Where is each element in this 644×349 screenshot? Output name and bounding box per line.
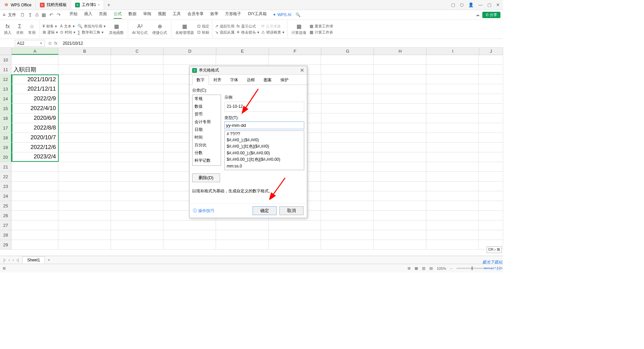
dlg-tab-number[interactable]: 数字 [192, 76, 209, 85]
logic-button[interactable]: ⊞逻辑 ▾ [43, 30, 58, 35]
cell[interactable] [426, 74, 479, 84]
wps-ai-button[interactable]: ✦WPS AI [273, 12, 291, 17]
cell[interactable] [374, 230, 426, 240]
undo-icon[interactable]: ↶ [49, 12, 53, 17]
cell[interactable] [426, 191, 479, 201]
formula-input[interactable]: 2021/10/12 [61, 41, 503, 46]
cell[interactable] [59, 74, 111, 84]
finance-button[interactable]: ¥财务 ▾ [43, 24, 58, 29]
tab-efficiency[interactable]: 效率 [210, 11, 218, 19]
ok-button[interactable]: 确定 [253, 206, 277, 215]
cell[interactable] [11, 182, 58, 191]
cell[interactable] [58, 55, 111, 64]
tab-wps-office[interactable]: W WPS Office [0, 1, 36, 9]
cell[interactable]: 2022/8/8 [12, 123, 59, 133]
cell[interactable] [374, 123, 426, 133]
delete-format-button[interactable]: 删除(D) [192, 173, 220, 182]
cell[interactable] [321, 133, 374, 142]
cell[interactable] [479, 201, 503, 210]
cell[interactable] [321, 65, 374, 74]
dlg-tab-border[interactable]: 边框 [243, 76, 259, 85]
tab-diy-toolbox[interactable]: DIY工具箱 [248, 11, 267, 19]
cell[interactable] [11, 201, 58, 210]
cell[interactable]: 2023/2/4 [12, 152, 59, 162]
paste-name-button[interactable]: ⊡粘贴 [197, 30, 209, 35]
cell[interactable] [111, 172, 164, 181]
fmt-item[interactable]: $#,##0.00_);[红色]($#,##0.00) [225, 156, 304, 163]
cell[interactable] [321, 201, 374, 210]
col-header-j[interactable]: J [479, 48, 503, 55]
cat-percent[interactable]: 百分比 [193, 141, 221, 149]
cat-fraction[interactable]: 分数 [193, 149, 221, 157]
cell[interactable] [321, 104, 374, 113]
type-input[interactable] [224, 121, 304, 129]
cell[interactable] [321, 152, 374, 162]
cell[interactable] [479, 182, 503, 191]
cell[interactable] [269, 55, 321, 64]
cell[interactable] [111, 191, 164, 201]
cell[interactable] [111, 74, 164, 84]
cell[interactable] [269, 230, 321, 240]
export-icon[interactable]: ↥ [28, 12, 32, 17]
cell[interactable] [426, 84, 479, 94]
cell[interactable] [163, 240, 216, 249]
cell[interactable] [479, 211, 503, 220]
cell[interactable] [321, 84, 374, 94]
cell[interactable] [479, 133, 503, 142]
cell[interactable] [479, 94, 503, 103]
cat-scientific[interactable]: 科学记数 [193, 157, 221, 164]
calc-options-button[interactable]: ▦计算选项 [290, 22, 308, 36]
cell[interactable] [58, 65, 111, 74]
dropdown-icon[interactable]: ▼ [40, 42, 43, 45]
cat-number[interactable]: 数值 [193, 103, 221, 110]
text-button[interactable]: A文本 ▾ [60, 24, 75, 29]
zoom-slider[interactable] [457, 268, 487, 269]
zoom-value[interactable]: 105% [437, 266, 446, 270]
print-preview-icon[interactable]: ▦ [42, 12, 46, 17]
cell[interactable] [426, 211, 479, 220]
cell[interactable] [479, 152, 503, 162]
cell[interactable] [58, 240, 111, 249]
cell[interactable] [426, 104, 479, 113]
cell[interactable] [111, 133, 164, 142]
cell[interactable] [374, 94, 426, 103]
row-header[interactable]: 19 [0, 143, 12, 152]
cell[interactable] [59, 94, 111, 103]
cell[interactable] [321, 191, 374, 201]
cell[interactable] [374, 143, 426, 152]
cell[interactable] [479, 162, 503, 171]
cell[interactable] [11, 220, 58, 230]
cell[interactable] [111, 240, 164, 249]
row-header[interactable]: 24 [0, 191, 11, 201]
tab-insert[interactable]: 插入 [84, 11, 92, 19]
cat-text[interactable]: 文本 [193, 164, 221, 166]
maximize-icon[interactable]: ▢ [487, 2, 491, 7]
define-name-button[interactable]: ⊡指定 [197, 24, 209, 29]
dlg-tab-pattern[interactable]: 图案 [259, 76, 276, 85]
cell[interactable] [111, 211, 164, 220]
cell[interactable]: 2022/2/9 [12, 94, 59, 103]
cell[interactable] [111, 220, 164, 230]
col-header-g[interactable]: G [321, 48, 374, 55]
cell[interactable] [479, 172, 503, 181]
cell[interactable] [11, 191, 58, 201]
cell[interactable] [111, 84, 164, 94]
cell[interactable] [111, 182, 164, 191]
col-header-c[interactable]: C [111, 48, 164, 55]
cell[interactable] [479, 84, 503, 94]
cell[interactable] [321, 162, 374, 171]
dlg-tab-protect[interactable]: 保护 [276, 76, 293, 85]
row-header[interactable]: 28 [0, 230, 11, 240]
tab-docer-templates[interactable]: D 找稻壳模板 [36, 1, 71, 9]
cell[interactable] [374, 152, 426, 162]
cell[interactable] [479, 104, 503, 113]
cell[interactable] [479, 55, 503, 64]
cell[interactable] [163, 55, 216, 64]
cell[interactable] [426, 65, 479, 74]
cell[interactable]: 2020/6/9 [12, 113, 59, 123]
cell[interactable] [374, 201, 426, 210]
cell[interactable] [321, 211, 374, 220]
cancel-fx-icon[interactable]: ⊙ [48, 41, 52, 46]
cube-icon[interactable]: ⬡ [460, 2, 464, 7]
cell[interactable] [321, 113, 374, 123]
